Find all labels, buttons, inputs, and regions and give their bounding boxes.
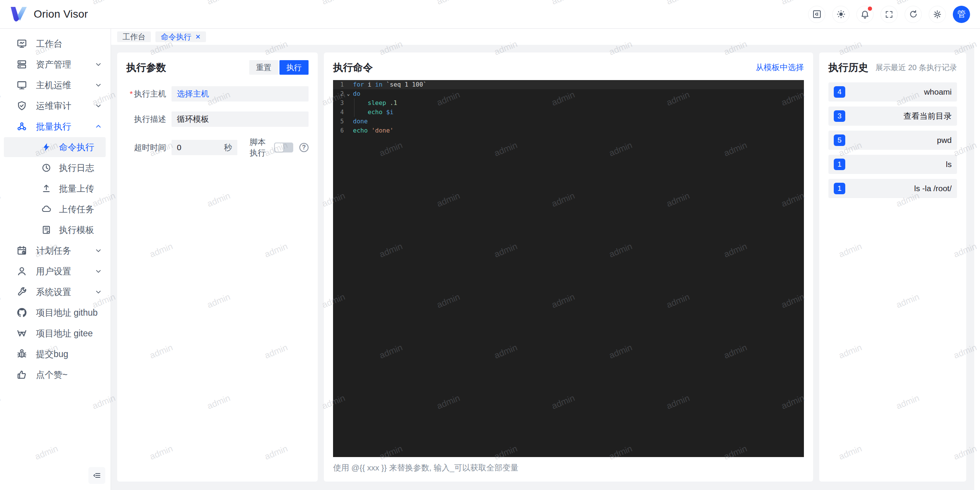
batch-icon	[16, 121, 28, 132]
exec-history-panel: 执行历史 展示最近 20 条执行记录 4 whoami 3 查看当前目录 5 p…	[819, 52, 966, 482]
user-icon	[16, 266, 28, 277]
history-item[interactable]: 4 whoami	[828, 82, 957, 102]
code-icon	[812, 10, 822, 19]
sidebar-item-host-ops[interactable]: 主机运维	[0, 75, 111, 95]
history-command: pwd	[845, 136, 952, 145]
editor-line-5[interactable]: 5 done	[333, 117, 804, 126]
sidebar-item-system-settings[interactable]: 系统设置	[0, 282, 111, 302]
sidebar-item-report-bug[interactable]: 提交bug	[0, 344, 111, 364]
chevron-down-icon	[95, 267, 102, 275]
description-field-label: 执行描述	[126, 114, 166, 125]
description-field[interactable]: 循环模板	[172, 111, 309, 127]
audit-icon	[16, 100, 28, 111]
brand: Orion Visor	[10, 6, 88, 22]
bell-icon	[860, 10, 870, 19]
chevron-down-icon	[95, 247, 102, 254]
line-number: 3	[333, 98, 344, 108]
history-item[interactable]: 5 pwd	[828, 131, 957, 150]
wrench-icon	[16, 287, 28, 297]
sidebar-item-upload-task[interactable]: 上传任务	[0, 199, 111, 220]
sidebar-item-user-settings[interactable]: 用户设置	[0, 261, 111, 282]
history-command: whoami	[845, 87, 952, 97]
code-editor[interactable]: 1 for i in `seq 1 100` 2 ⌄ do 3 sleep .1	[333, 80, 804, 457]
history-list: 4 whoami 3 查看当前目录 5 pwd 1 ls	[828, 82, 957, 198]
sidebar-item-workbench[interactable]: 工作台	[0, 33, 111, 54]
select-host-field[interactable]: 选择主机	[172, 86, 309, 102]
chevron-up-icon	[95, 123, 102, 130]
tab-bar: 工作台 命令执行 ✕	[111, 29, 980, 45]
fullscreen-button[interactable]	[880, 6, 898, 23]
assets-icon	[16, 59, 28, 70]
sidebar-item-gitee-link[interactable]: 项目地址 gitee	[0, 323, 111, 344]
sidebar-item-exec-log[interactable]: 执行日志	[0, 157, 111, 178]
history-item[interactable]: 1 ls	[828, 155, 957, 174]
sidebar-item-batch-exec[interactable]: 批量执行	[0, 116, 111, 137]
history-subtitle: 展示最近 20 条执行记录	[875, 62, 957, 73]
reset-button[interactable]: 重置	[249, 60, 278, 75]
template-icon	[41, 225, 52, 235]
run-button[interactable]: 执行	[279, 60, 309, 75]
sidebar-item-command-exec[interactable]: 命令执行	[0, 137, 111, 157]
scrollbar-track[interactable]	[974, 29, 980, 490]
sidebar-item-batch-upload[interactable]: 批量上传	[0, 178, 111, 199]
main-area: 工作台 命令执行 ✕ 执行参数 重置 执行 执行主机	[111, 29, 980, 490]
gear-icon	[933, 10, 942, 19]
timeout-field-label: 超时时间	[126, 142, 166, 153]
host-icon	[16, 80, 28, 90]
chevron-down-icon	[95, 61, 102, 68]
thumbs-up-icon	[16, 369, 28, 380]
sidebar-item-assets[interactable]: 资产管理	[0, 54, 111, 75]
dashboard-icon	[16, 38, 28, 49]
editor-line-3[interactable]: 3 sleep .1	[333, 98, 804, 108]
editor-line-1[interactable]: 1 for i in `seq 1 100`	[333, 80, 804, 89]
exec-params-panel: 执行参数 重置 执行 执行主机 选择主机 执行描述 循环模板	[117, 52, 318, 482]
sidebar-item-scheduled-task[interactable]: 计划任务	[0, 240, 111, 261]
sidebar-item-ops-audit[interactable]: 运维审计	[0, 95, 111, 116]
line-number: 5	[333, 117, 344, 126]
content: 执行参数 重置 执行 执行主机 选择主机 执行描述 循环模板	[111, 45, 980, 490]
editor-line-6[interactable]: 6 echo 'done'	[333, 126, 804, 135]
refresh-icon	[909, 10, 918, 19]
timeout-field[interactable]: 0 秒	[172, 140, 237, 155]
editor-line-4[interactable]: 4 echo $i	[333, 108, 804, 117]
fullscreen-icon	[885, 10, 893, 19]
editor-line-2[interactable]: 2 ⌄ do	[333, 89, 804, 98]
history-item[interactable]: 1 ls -la /root/	[828, 179, 957, 198]
tab-command-exec[interactable]: 命令执行 ✕	[155, 31, 206, 42]
sidebar-collapse-button[interactable]	[88, 467, 105, 484]
close-icon[interactable]: ✕	[195, 34, 201, 40]
avatar[interactable]: 管	[953, 6, 970, 23]
orion-visor-app: Orion Visor	[0, 0, 980, 490]
sidebar-item-exec-template[interactable]: 执行模板	[0, 220, 111, 240]
line-number: 4	[333, 108, 344, 117]
host-field-label: 执行主机	[126, 88, 166, 99]
sidebar-item-like[interactable]: 点个赞~	[0, 364, 111, 385]
command-panel-title: 执行命令	[333, 61, 373, 74]
line-number: 6	[333, 126, 344, 135]
bolt-icon	[41, 142, 52, 152]
line-number: 1	[333, 80, 344, 89]
menu-fold-icon	[92, 471, 101, 480]
select-from-template-link[interactable]: 从模板中选择	[756, 62, 804, 73]
history-panel-title: 执行历史	[828, 61, 868, 74]
sidebar-item-github-link[interactable]: 项目地址 github	[0, 302, 111, 323]
upload-icon	[41, 184, 52, 193]
history-command: 查看当前目录	[845, 111, 952, 121]
theme-button[interactable]	[832, 6, 849, 23]
gitee-icon	[16, 328, 28, 339]
chevron-down-icon	[95, 81, 102, 89]
notifications-button[interactable]	[856, 6, 874, 23]
history-item[interactable]: 3 查看当前目录	[828, 107, 957, 126]
code-button[interactable]	[808, 6, 825, 23]
refresh-button[interactable]	[905, 6, 922, 23]
line-number: 2	[333, 89, 344, 98]
fold-chevron-icon[interactable]: ⌄	[344, 89, 353, 98]
settings-button[interactable]	[929, 6, 946, 23]
history-command: ls -la /root/	[845, 184, 952, 193]
script-exec-toggle[interactable]	[274, 143, 293, 152]
exec-count-badge: 3	[834, 110, 845, 122]
chevron-down-icon	[95, 288, 102, 296]
exec-count-badge: 1	[834, 183, 845, 194]
tab-workbench[interactable]: 工作台	[117, 31, 151, 42]
help-icon[interactable]: ?	[299, 143, 309, 152]
